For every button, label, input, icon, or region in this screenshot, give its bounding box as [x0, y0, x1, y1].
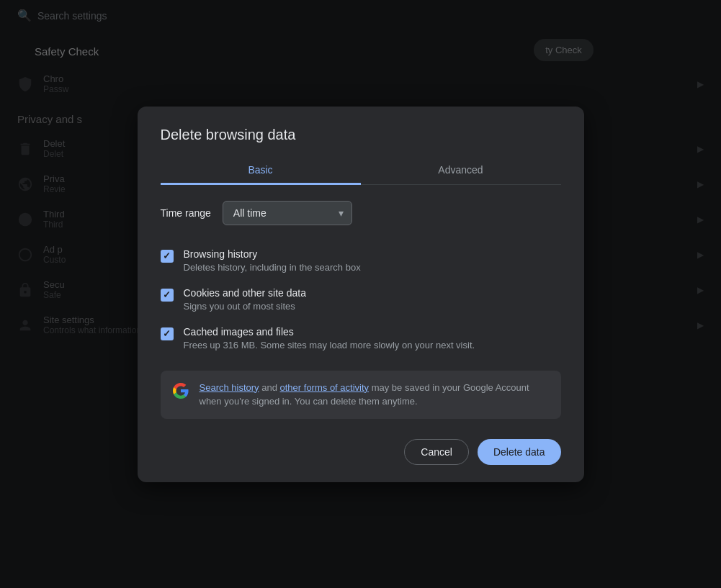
cached-checkbox[interactable]: ✓ — [161, 327, 174, 340]
dialog-actions: Cancel Delete data — [161, 439, 561, 465]
browsing-history-subtitle: Deletes history, including in the search… — [184, 262, 361, 273]
google-info-text: Search history and other forms of activi… — [200, 381, 550, 409]
dialog-tabs: Basic Advanced — [161, 156, 561, 185]
delete-browsing-data-dialog: Delete browsing data Basic Advanced Time… — [138, 107, 584, 482]
time-range-select-wrapper[interactable]: Last hour Last 24 hours Last 7 days Last… — [223, 201, 352, 225]
cancel-button[interactable]: Cancel — [404, 439, 469, 465]
browsing-history-text: Browsing history Deletes history, includ… — [184, 248, 361, 273]
cached-subtitle: Frees up 316 MB. Some sites may load mor… — [184, 340, 475, 350]
cookies-checkbox[interactable]: ✓ — [161, 289, 174, 302]
cookies-subtitle: Signs you out of most sites — [184, 301, 306, 312]
google-info-box: Search history and other forms of activi… — [161, 371, 561, 419]
cached-title: Cached images and files — [184, 326, 475, 338]
other-activity-link[interactable]: other forms of activity — [280, 382, 370, 393]
delete-data-button[interactable]: Delete data — [478, 439, 561, 465]
cookies-text: Cookies and other site data Signs you ou… — [184, 287, 306, 312]
tab-basic[interactable]: Basic — [161, 157, 361, 185]
google-info-and: and — [261, 382, 279, 393]
time-range-row: Time range Last hour Last 24 hours Last … — [161, 201, 561, 225]
google-logo — [172, 382, 189, 399]
dialog-title: Delete browsing data — [161, 127, 561, 143]
search-history-link[interactable]: Search history — [200, 382, 259, 393]
cookies-item: ✓ Cookies and other site data Signs you … — [161, 280, 561, 319]
browsing-history-item: ✓ Browsing history Deletes history, incl… — [161, 241, 561, 280]
modal-overlay: Delete browsing data Basic Advanced Time… — [0, 0, 721, 588]
cookies-title: Cookies and other site data — [184, 287, 306, 299]
browsing-history-title: Browsing history — [184, 248, 361, 260]
google-g-icon — [172, 382, 189, 399]
time-range-select[interactable]: Last hour Last 24 hours Last 7 days Last… — [223, 201, 352, 225]
cached-item: ✓ Cached images and files Frees up 316 M… — [161, 319, 561, 358]
time-range-label: Time range — [161, 207, 211, 219]
browsing-history-checkbox[interactable]: ✓ — [161, 250, 174, 263]
tab-advanced[interactable]: Advanced — [361, 157, 561, 185]
cached-text: Cached images and files Frees up 316 MB.… — [184, 326, 475, 350]
